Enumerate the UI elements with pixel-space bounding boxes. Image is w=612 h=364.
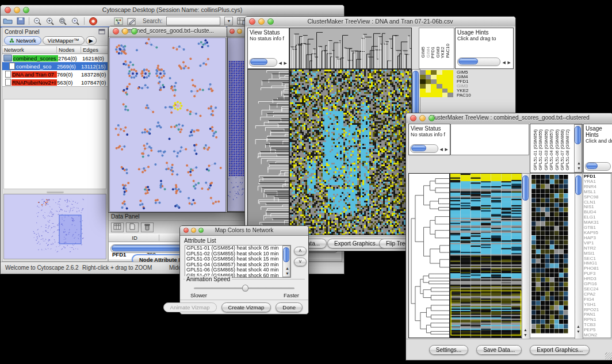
tab-vizmapper[interactable]: VizMapper™ xyxy=(43,36,85,45)
scroll-down-icon[interactable]: ▼ xyxy=(576,329,580,334)
save-icon[interactable] xyxy=(17,17,25,25)
delete-attribute-icon[interactable] xyxy=(141,223,154,232)
tv2-column-label: GPL51-01 (GSM854) xyxy=(533,129,538,170)
scroll-down-icon[interactable]: ▼ xyxy=(285,271,289,276)
scroll-up-icon[interactable]: ▲ xyxy=(577,161,581,166)
minimize-icon[interactable] xyxy=(419,115,426,121)
tv1-status-hscroll-thumb[interactable] xyxy=(250,59,267,65)
tab-network[interactable]: Network xyxy=(4,36,41,45)
minimize-icon[interactable] xyxy=(14,7,20,13)
birdseye-overview[interactable] xyxy=(3,194,106,259)
zoom-fit-icon[interactable] xyxy=(59,17,67,25)
tv2-row-labels: PFD1YRA1RNR4MSL1SPC98CLN1NIS1BUD4ELG1MAK… xyxy=(584,174,599,338)
zoom-window-icon[interactable] xyxy=(198,228,204,233)
tv1-similarity-matrix[interactable] xyxy=(420,70,453,97)
zoom-selected-icon[interactable] xyxy=(71,17,80,25)
create-vizmap-button[interactable]: Create Vizmap xyxy=(221,302,271,312)
tv2-heatmap[interactable] xyxy=(450,173,522,338)
zoom-in-icon[interactable] xyxy=(46,17,55,25)
zoom-window-icon[interactable] xyxy=(267,18,274,25)
tv1-heatmap[interactable] xyxy=(289,69,412,235)
open-file-icon[interactable] xyxy=(3,17,13,25)
matrix-cell xyxy=(442,70,448,75)
save-data-button[interactable]: Save Data... xyxy=(476,345,522,355)
tv2-secondary-vscrollbar[interactable] xyxy=(575,173,583,339)
control-panel: Control Panel Network VizMapper™ ▶ Netwo… xyxy=(2,27,108,262)
done-button[interactable]: Done xyxy=(276,302,303,312)
matrix-cell xyxy=(431,70,437,75)
tv1-row-dendrogram[interactable] xyxy=(247,69,289,235)
move-down-button[interactable]: ˅ xyxy=(294,258,307,266)
scroll-right-icon[interactable]: ▶ xyxy=(284,61,287,66)
minimize-icon[interactable] xyxy=(258,18,265,25)
tv1-usage-hscroll-thumb[interactable] xyxy=(458,58,478,64)
select-attributes-icon[interactable] xyxy=(111,223,124,232)
splitter-handle[interactable] xyxy=(47,191,64,193)
animation-speed-group: Animation Speed Slower Faster xyxy=(183,279,305,300)
network-list-row[interactable]: DNA and Tran 07769(0)183728(0) xyxy=(2,70,108,78)
slider-thumb[interactable] xyxy=(242,285,248,292)
minimize-icon[interactable] xyxy=(237,29,242,34)
network-list-row[interactable]: RNAPuberNov2+I563(0)107847(0) xyxy=(2,78,108,86)
animation-speed-slider[interactable] xyxy=(194,288,294,289)
close-icon[interactable] xyxy=(183,228,189,233)
resize-grip[interactable] xyxy=(605,352,612,359)
annotation-icon[interactable] xyxy=(127,17,136,25)
tv2-status-hscrollbar[interactable] xyxy=(410,144,438,153)
tv2-usage-hscrollbar[interactable] xyxy=(585,162,611,171)
network-list-row[interactable]: combined_sco2569(6)13112(15) xyxy=(2,62,108,70)
close-icon[interactable] xyxy=(249,18,255,25)
scroll-up-icon[interactable]: ▲ xyxy=(285,266,289,271)
scroll-down-icon[interactable]: ▼ xyxy=(523,333,527,338)
search-dropdown-arrow[interactable]: ▼ xyxy=(224,17,233,25)
animate-vizmap-button[interactable]: Animate Vizmap xyxy=(163,302,217,312)
tv1-column-dendrogram[interactable] xyxy=(289,28,412,69)
minimize-icon[interactable] xyxy=(191,228,196,233)
tv2-vscroll-thumb[interactable] xyxy=(522,175,529,201)
network-canvas[interactable] xyxy=(109,37,226,212)
close-icon[interactable] xyxy=(230,29,235,34)
export-graphics-button[interactable]: Export Graphics... xyxy=(530,345,590,355)
close-icon[interactable] xyxy=(5,7,11,13)
search-input[interactable] xyxy=(166,17,220,25)
new-attribute-icon[interactable] xyxy=(126,223,139,232)
scroll-left-icon[interactable]: ◀ xyxy=(503,60,506,65)
zoom-out-icon[interactable] xyxy=(33,17,42,25)
close-icon[interactable] xyxy=(410,115,416,121)
zoom-window-icon[interactable] xyxy=(429,115,435,121)
tv1-usage-hscrollbar[interactable] xyxy=(457,58,500,66)
scroll-up-icon[interactable]: ▲ xyxy=(523,328,527,332)
tv2-secondary-vscroll-thumb[interactable] xyxy=(575,175,582,195)
main-window-title: Cytoscape Desktop (Session Name: collins… xyxy=(1,6,344,13)
float-panel-icon[interactable] xyxy=(98,29,105,35)
tv2-column-labels-panel: GPL51-01 (GSM854)GPL51-02 (GSM855)GPL51-… xyxy=(530,124,583,173)
modify-network-icon[interactable] xyxy=(114,17,123,25)
zoom-window-icon[interactable] xyxy=(131,28,137,35)
move-up-button[interactable]: ˄ xyxy=(294,247,307,255)
export-graphics-button[interactable]: Export Graphics... xyxy=(327,239,387,248)
attribute-list-vscroll-thumb[interactable] xyxy=(283,247,289,262)
zoom-window-icon[interactable] xyxy=(23,7,29,13)
tv2-status-hscroll-thumb[interactable] xyxy=(411,145,426,151)
tv2-usage-hscroll-thumb[interactable] xyxy=(586,163,598,169)
scroll-left-icon[interactable]: ◀ xyxy=(440,147,443,152)
minimize-icon[interactable] xyxy=(122,28,128,35)
tv2-secondary-heatmap[interactable] xyxy=(531,175,568,334)
network-folder-icon xyxy=(3,55,12,62)
tv2-row-dendrogram[interactable] xyxy=(408,173,450,338)
tv1-status-hscrollbar[interactable] xyxy=(249,58,277,67)
main-title-bar[interactable]: Cytoscape Desktop (Session Name: collins… xyxy=(1,5,344,16)
tv2-collabel-vscroll-thumb[interactable] xyxy=(575,126,581,144)
tv1-column-label: PFD1 xyxy=(430,47,435,58)
scroll-left-icon[interactable]: ◀ xyxy=(279,61,282,66)
scroll-down-icon[interactable]: ▼ xyxy=(577,166,581,171)
tv2-vscrollbar[interactable] xyxy=(522,173,530,339)
network-list-row[interactable]: combined_scores2764(0)16218(0) xyxy=(2,54,108,62)
scroll-right-icon[interactable]: ▶ xyxy=(508,60,511,65)
scroll-up-icon[interactable]: ▲ xyxy=(576,324,580,329)
settings-button[interactable]: Settings... xyxy=(429,345,468,355)
close-icon[interactable] xyxy=(113,28,119,35)
scroll-right-icon[interactable]: ▶ xyxy=(445,147,448,152)
tab-overflow-arrow[interactable]: ▶ xyxy=(86,36,97,45)
help-lifering-icon[interactable] xyxy=(89,17,98,26)
